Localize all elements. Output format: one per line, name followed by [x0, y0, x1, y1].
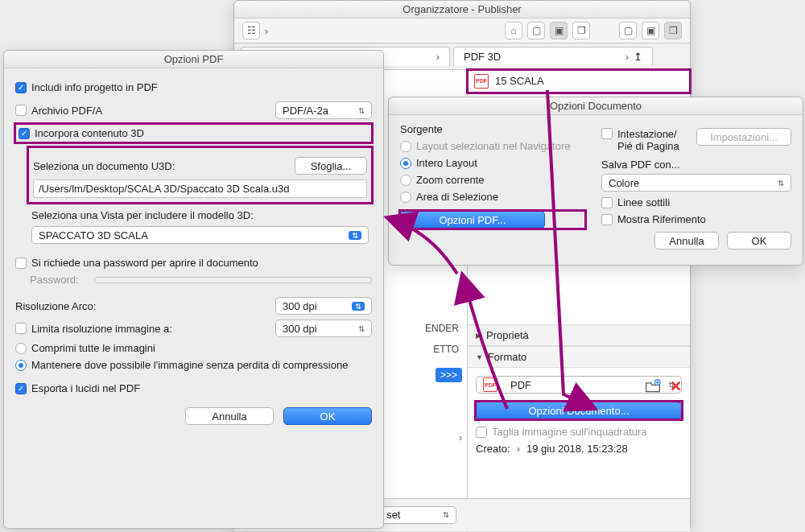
stack2-icon[interactable]: ▣	[642, 22, 659, 39]
section-format-label: Formato	[488, 351, 526, 363]
thin-lines-label: Linee sottili	[617, 196, 670, 208]
triangle-down-icon: ▼	[476, 353, 483, 361]
lossless-label: Mantenere dove possibile l'immagine senz…	[31, 359, 348, 371]
updown-caret-icon: ⇅	[778, 179, 784, 188]
stub-row: ENDER	[425, 323, 459, 334]
view-select[interactable]: SPACCATO 3D SCALA ⇅	[31, 226, 369, 244]
section-properties-label: Proprietà	[486, 329, 529, 341]
password-input[interactable]	[94, 277, 372, 283]
section-properties[interactable]: ▶ Proprietà	[468, 324, 690, 346]
home-icon[interactable]: ⌂	[505, 22, 522, 39]
format-value: PDF	[510, 379, 531, 391]
tab-right[interactable]: PDF 3D › ↥	[453, 47, 653, 66]
pdfa-select[interactable]: PDF/A-2a⇅	[275, 101, 372, 119]
radio-whole-layout[interactable]	[400, 158, 411, 169]
page2-icon[interactable]: ▢	[619, 22, 637, 39]
organizer-toolbar: ☷ › ⌂ ▢ ▣ ❐ ▢ ▣ ❐	[234, 19, 690, 43]
opzioni-pdf-button[interactable]: Opzioni PDF...	[400, 211, 545, 229]
color-select[interactable]: Colore ⇅	[601, 174, 791, 192]
opzioni-pdf-window: Opzioni PDF ✓Includi info progetto in PD…	[3, 50, 384, 529]
save-pdf-as-label: Salva PDF con...	[601, 159, 791, 171]
page-icon[interactable]: ▢	[527, 22, 545, 39]
include-project-checkbox[interactable]: ✓	[15, 82, 27, 93]
pdf-item-row[interactable]: PDF 15 SCALA	[468, 70, 690, 93]
opzdoc-ok-button[interactable]: OK	[727, 232, 791, 250]
chevron-right-icon: ›	[517, 443, 520, 455]
include-project-label: Includi info progetto in PDF	[31, 81, 158, 93]
arc-res-label: Risoluzione Arco:	[15, 300, 96, 312]
arc-res-select[interactable]: 300 dpi⇅	[275, 297, 372, 315]
triangle-right-icon: ▶	[476, 332, 481, 340]
pdfa-value: PDF/A-2a	[283, 105, 328, 117]
radio-lossless[interactable]	[15, 360, 27, 371]
tab-right-label: PDF 3D	[464, 51, 501, 63]
arc-res-value: 300 dpi	[283, 300, 317, 312]
opzpdf-title: Opzioni PDF	[4, 51, 383, 68]
current-zoom-label: Zoom corrente	[416, 174, 485, 186]
show-ref-label: Mostra Riferimento	[617, 213, 706, 225]
limit-res-select[interactable]: 300 dpi⇅	[275, 320, 372, 337]
new-folder-plus-icon[interactable]	[644, 378, 662, 394]
compress-all-label: Comprimi tutte le immagini	[31, 342, 155, 354]
copies-icon[interactable]: ❐	[572, 22, 590, 39]
pdfa-checkbox[interactable]	[15, 105, 27, 116]
selection-area-label: Area di Selezione	[416, 191, 498, 203]
export-layers-label: Esporta i lucidi nel PDF	[31, 382, 140, 394]
limit-res-value: 300 dpi	[283, 323, 317, 335]
opzdoc-cancel-button[interactable]: Annulla	[654, 232, 719, 250]
opzdoc-title: Opzioni Documento	[389, 97, 803, 115]
tree-mode-icon[interactable]: ☷	[242, 22, 260, 39]
settings-button[interactable]: Impostazioni...	[696, 128, 791, 146]
header-footer-checkbox[interactable]	[601, 128, 613, 139]
chevron-right-icon[interactable]: ›	[459, 431, 462, 443]
opzioni-documento-button[interactable]: Opzioni Documento...	[476, 402, 682, 419]
select-u3d-label: Seleziona un documento U3D:	[33, 160, 175, 172]
stub-row: ETTO	[433, 344, 459, 355]
section-format[interactable]: ▼ Formato	[468, 346, 690, 368]
updown-caret-icon: ⇅	[358, 106, 365, 115]
whole-layout-label: Intero Layout	[416, 157, 477, 169]
radio-layouts-nav[interactable]	[400, 141, 411, 152]
pdf-icon: PDF	[483, 377, 497, 392]
up-arrow-icon[interactable]: ↥	[634, 51, 642, 63]
source-label: Sorgente	[400, 123, 585, 135]
crop-label: Taglia immagine sull'inquadratura	[492, 426, 647, 438]
stack-icon[interactable]: ▣	[550, 22, 568, 39]
organizer-title: Organizzatore - Publisher	[234, 1, 690, 19]
u3d-path-input[interactable]: /Users/lm/Desktop/SCALA 3D/Spaccato 3D S…	[33, 179, 367, 198]
show-ref-checkbox[interactable]	[601, 214, 613, 225]
chevron-right-icon: ›	[265, 25, 268, 37]
updown-caret-icon: ⇅	[349, 231, 361, 240]
pdfa-label: Archivio PDF/A	[31, 105, 102, 117]
chevron-right-icon: ›	[436, 51, 440, 63]
copies2-icon[interactable]: ❐	[664, 22, 682, 39]
password-checkbox[interactable]	[15, 258, 27, 269]
opzpdf-ok-button[interactable]: OK	[283, 407, 372, 425]
chevron-right-icon: ›	[625, 51, 629, 63]
radio-compress-all[interactable]	[15, 343, 27, 354]
thin-lines-checkbox[interactable]	[601, 197, 613, 208]
pdf-icon: PDF	[474, 74, 489, 89]
password-req-label: Si richiede una password per aprire il d…	[31, 257, 258, 269]
opzpdf-cancel-button[interactable]: Annulla	[185, 407, 274, 425]
crop-checkbox[interactable]	[476, 427, 487, 438]
updown-caret-icon: ⇅	[443, 510, 449, 519]
layouts-nav-label: Layout selezionati nel Navigatore	[416, 140, 571, 152]
color-value: Colore	[609, 177, 639, 189]
browse-button[interactable]: Sfoglia...	[295, 157, 367, 175]
limit-res-label: Limita risoluzione immagine a:	[31, 323, 172, 335]
radio-selection-area[interactable]	[400, 192, 411, 203]
embed-3d-checkbox[interactable]: ✓	[19, 128, 30, 139]
pdf-item-label: 15 SCALA	[495, 75, 544, 87]
radio-current-zoom[interactable]	[400, 175, 411, 186]
limit-res-checkbox[interactable]	[15, 323, 27, 334]
select-view-label: Seleziona una Vista per includere il mod…	[31, 209, 369, 221]
created-label: Creato:	[476, 443, 510, 455]
header-footer-label: Intestazione/ Pié di Pagina	[617, 128, 679, 152]
export-layers-checkbox[interactable]: ✓	[15, 383, 27, 394]
embed-3d-label: Incorpora contenuto 3D	[35, 127, 144, 139]
password-label: Password:	[30, 274, 94, 286]
close-icon[interactable]: ✕	[670, 377, 682, 395]
opzioni-documento-window: Opzioni Documento Sorgente Layout selezi…	[388, 97, 803, 266]
stub-row-selected[interactable]: >>>	[436, 368, 462, 382]
